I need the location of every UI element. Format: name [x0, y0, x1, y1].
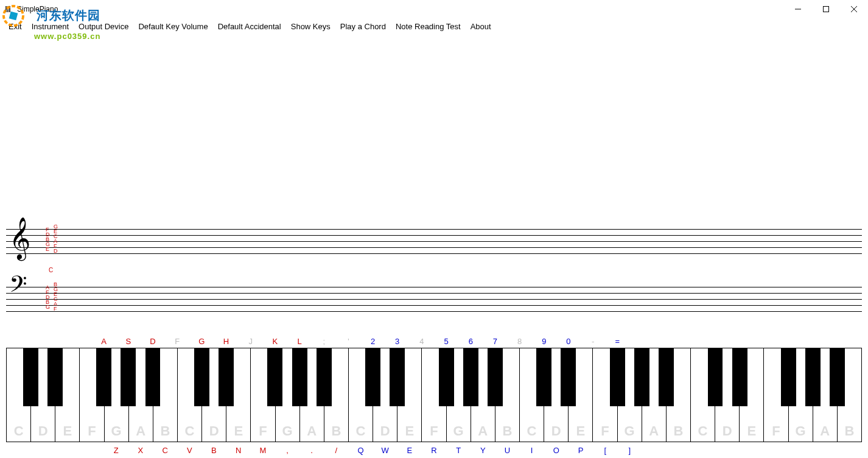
black-hint: 4 — [416, 337, 428, 346]
black-key[interactable] — [145, 348, 161, 406]
black-hint: G — [195, 337, 208, 346]
white-hint: O — [550, 446, 562, 455]
black-hint: 6 — [464, 337, 477, 346]
bass-space-notes: BGECAF — [54, 282, 58, 311]
white-hint: , — [281, 446, 293, 455]
minimize-button[interactable] — [784, 0, 812, 18]
black-key[interactable] — [194, 348, 209, 406]
white-key-label: E — [55, 423, 79, 439]
white-key-label: B — [667, 423, 690, 439]
black-key[interactable] — [634, 348, 649, 406]
white-key-label: F — [251, 423, 275, 439]
white-hint: T — [452, 446, 464, 455]
white-key-label: C — [349, 423, 373, 439]
bass-line-notes: AFDBG — [46, 285, 50, 309]
black-hint: 5 — [440, 337, 452, 346]
black-hint: 7 — [489, 337, 501, 346]
black-hint: J — [245, 337, 257, 346]
white-key-label: C — [7, 423, 30, 439]
white-key-label: E — [226, 423, 250, 439]
white-key-label: B — [838, 423, 861, 439]
black-key[interactable] — [708, 348, 723, 406]
white-hint: I — [526, 446, 538, 455]
white-hint: P — [575, 446, 587, 455]
white-key-label: A — [813, 423, 837, 439]
menu-output-device[interactable]: Output Device — [74, 19, 133, 33]
menu-note-reading-test[interactable]: Note Reading Test — [391, 19, 466, 33]
black-hint: 2 — [367, 337, 379, 346]
black-hint: F — [171, 337, 183, 346]
black-hint: L — [293, 337, 306, 346]
black-key[interactable] — [47, 348, 63, 406]
white-key-label: F — [593, 423, 617, 439]
black-key[interactable] — [536, 348, 551, 406]
black-key[interactable] — [488, 348, 503, 406]
svg-rect-4 — [824, 7, 829, 12]
black-key[interactable] — [610, 348, 625, 406]
white-key-label: G — [618, 423, 642, 439]
window-controls — [784, 0, 868, 18]
white-key-label: G — [105, 423, 128, 439]
black-hint: 8 — [514, 337, 526, 346]
maximize-button[interactable] — [812, 0, 840, 18]
white-hint: E — [404, 446, 416, 455]
black-key[interactable] — [781, 348, 796, 406]
window-title: SimplePiano — [17, 5, 58, 13]
black-hint: H — [220, 337, 233, 346]
bass-staff: 𝄢 AFDBG BGECAF — [0, 281, 868, 326]
white-key-label: A — [300, 423, 324, 439]
svg-rect-0 — [5, 6, 7, 12]
black-key[interactable] — [121, 348, 136, 406]
white-key-label: A — [129, 423, 153, 439]
black-key[interactable] — [659, 348, 674, 406]
white-hint: Z — [110, 446, 122, 455]
bass-clef-icon: 𝄢 — [9, 273, 27, 301]
black-hint: 3 — [391, 337, 404, 346]
black-key[interactable] — [267, 348, 282, 406]
black-key[interactable] — [463, 348, 478, 406]
white-hint: Q — [354, 446, 366, 455]
menu-play-chord[interactable]: Play a Chord — [335, 19, 391, 33]
menu-exit[interactable]: Exit — [4, 19, 27, 33]
black-hint: ; — [318, 337, 330, 346]
black-hint: 0 — [562, 337, 575, 346]
white-key-label: F — [764, 423, 788, 439]
black-key[interactable] — [219, 348, 234, 406]
black-key[interactable] — [23, 348, 38, 406]
black-key[interactable] — [439, 348, 454, 406]
white-key-label: E — [740, 423, 763, 439]
menu-about[interactable]: About — [466, 19, 496, 33]
svg-rect-2 — [9, 6, 10, 12]
menu-default-key-volume[interactable]: Default Key Volume — [133, 19, 212, 33]
black-hint: - — [587, 337, 599, 346]
black-key[interactable] — [732, 348, 747, 406]
black-key[interactable] — [96, 348, 111, 406]
treble-clef-icon: 𝄞 — [9, 220, 30, 256]
white-key-label: B — [495, 423, 519, 439]
white-key-label: E — [397, 423, 421, 439]
black-key[interactable] — [830, 348, 845, 406]
black-hint: 9 — [538, 337, 550, 346]
menu-default-accidental[interactable]: Default Accidental — [213, 19, 286, 33]
menu-instrument[interactable]: Instrument — [27, 19, 74, 33]
white-key-label: E — [569, 423, 592, 439]
black-key[interactable] — [390, 348, 405, 406]
menubar: Exit Instrument Output Device Default Ke… — [0, 18, 868, 34]
white-key-label: G — [447, 423, 471, 439]
treble-staff: 𝄞 FDBGE GECAFD — [0, 223, 868, 269]
white-key-label: D — [31, 423, 55, 439]
black-key[interactable] — [365, 348, 380, 406]
white-key-label: D — [715, 423, 739, 439]
white-key-label: G — [276, 423, 299, 439]
black-hint: = — [611, 337, 623, 346]
staff-area: 𝄞 FDBGE GECAFD C 𝄢 AFDBG BGECAF — [0, 223, 868, 314]
close-button[interactable] — [840, 0, 868, 18]
black-key[interactable] — [805, 348, 821, 406]
piano-keyboard: CDEFGABCDEFGABCDEFGABCDEFGABCDEFGAB — [6, 348, 862, 442]
black-key[interactable] — [561, 348, 576, 406]
white-key-label: D — [544, 423, 568, 439]
black-key[interactable] — [317, 348, 332, 406]
menu-show-keys[interactable]: Show Keys — [286, 19, 335, 33]
black-key[interactable] — [292, 348, 307, 406]
white-key-label: C — [178, 423, 201, 439]
